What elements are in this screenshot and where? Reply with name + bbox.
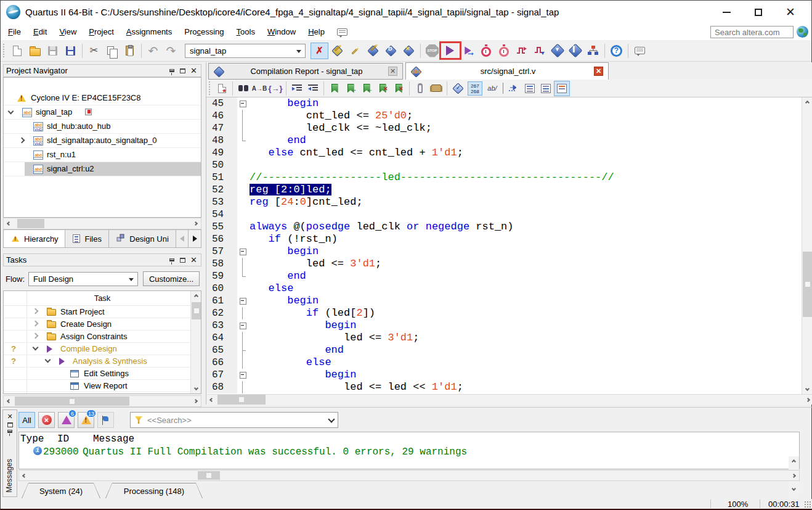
- start-analysis-button[interactable]: ➞: [459, 43, 477, 59]
- comment-bubble-icon[interactable]: [333, 23, 351, 40]
- code-line-48[interactable]: 48 end: [206, 134, 802, 147]
- view-doc3-button[interactable]: [554, 81, 570, 96]
- tree-item-signal-tap[interactable]: abdsignal_tap: [4, 105, 201, 120]
- filter-all-button[interactable]: All: [18, 412, 35, 428]
- code-line-47[interactable]: 47 led_clk <= ~led_clk;: [206, 122, 802, 134]
- code-editor[interactable]: 45 begin46 cnt_led <= 25'd0;47 led_clk <…: [206, 97, 802, 394]
- code-line-46[interactable]: 46 cnt_led <= 25'd0;: [206, 110, 802, 122]
- stop-button[interactable]: STOP: [423, 43, 441, 59]
- editor-vscrollbar[interactable]: [802, 97, 812, 394]
- code-line-61[interactable]: 61 begin: [206, 295, 802, 307]
- menu-tools[interactable]: Tools: [230, 24, 261, 39]
- tree-chevron-icon[interactable]: [19, 138, 25, 144]
- bookmark-clear-button[interactable]: ✕: [375, 81, 391, 96]
- task-row-analysis-synthesis[interactable]: ?Analysis & Synthesis: [4, 355, 201, 368]
- new-file-button[interactable]: [8, 43, 26, 59]
- templates-button[interactable]: {→}: [267, 81, 283, 96]
- chip-planner-button[interactable]: ▍: [566, 43, 584, 59]
- task-chevron-icon[interactable]: [33, 345, 39, 351]
- tree-item-cyclone-iv-e-ep4ce15f23c8[interactable]: Cyclone IV E: EP4CE15F23C8: [4, 91, 201, 105]
- menu-view[interactable]: View: [53, 24, 83, 39]
- menu-assignments[interactable]: Assignments: [120, 24, 178, 39]
- tree-item-sld-signaltap-auto-signaltap-0[interactable]: abdVHDsld_signaltap:auto_signaltap_0: [4, 134, 201, 148]
- editor-tab-src-signal-ctrl-v[interactable]: abcsrc/signal_ctrl.v✕: [405, 62, 609, 80]
- undo-button[interactable]: ↶: [144, 43, 162, 59]
- menu-processing[interactable]: Processing: [178, 24, 230, 39]
- close-tab-icon[interactable]: ✕: [388, 67, 397, 76]
- code-line-45[interactable]: 45 begin: [206, 97, 802, 110]
- fold-marker-icon[interactable]: [237, 245, 250, 258]
- hierarchy-button[interactable]: [584, 43, 602, 59]
- save-all-button[interactable]: [62, 43, 79, 59]
- messages-search-combo[interactable]: <<Search>>: [130, 412, 338, 428]
- menu-file[interactable]: File: [2, 24, 27, 39]
- help-button[interactable]: ?: [607, 43, 625, 59]
- code-line-60[interactable]: 60 else: [206, 282, 802, 295]
- fold-marker-icon[interactable]: [237, 97, 250, 110]
- maximize-button[interactable]: [742, 1, 774, 23]
- filter-flag-button[interactable]: [97, 412, 114, 428]
- bookmark-prev-button[interactable]: ←: [359, 81, 375, 96]
- pnav-tab-files[interactable]: Files: [65, 229, 109, 248]
- tabs-scroll-right[interactable]: [189, 229, 201, 248]
- task-row-edit-settings[interactable]: Edit Settings: [4, 368, 201, 380]
- code-line-64[interactable]: 64 led <= 3'd1;: [206, 332, 802, 344]
- code-line-67[interactable]: 67 begin: [206, 369, 802, 381]
- pin-messages-icon[interactable]: [7, 430, 12, 433]
- line-numbers-toggle[interactable]: 267268: [466, 81, 484, 96]
- editor-tab-compilation-report-signal-tap[interactable]: Compilation Report - signal_tap✕: [208, 63, 403, 80]
- code-line-52[interactable]: 52reg [2:0]led;: [206, 184, 802, 196]
- search-input[interactable]: [710, 26, 794, 38]
- save-button[interactable]: [44, 43, 62, 59]
- goto-button[interactable]: [506, 81, 522, 96]
- task-row-assign-constraints[interactable]: Assign Constraints: [4, 331, 201, 343]
- code-line-62[interactable]: 62 if (led[2]): [206, 307, 802, 319]
- customize-button[interactable]: Customize...: [143, 271, 200, 286]
- export-button[interactable]: ★: [214, 81, 230, 96]
- filter-critical-button[interactable]: 6: [58, 412, 75, 428]
- find-button[interactable]: [235, 81, 251, 96]
- float-icon[interactable]: [178, 256, 187, 265]
- paste-button[interactable]: [121, 43, 139, 59]
- filter-errors-button[interactable]: ✕: [38, 412, 55, 428]
- outdent-button[interactable]: [305, 81, 321, 96]
- code-line-59[interactable]: 59 end: [206, 270, 802, 282]
- minimize-button[interactable]: [710, 1, 742, 23]
- task-chevron-icon[interactable]: [33, 308, 39, 315]
- pin-icon[interactable]: [167, 67, 176, 75]
- code-line-58[interactable]: 58 led <= 3'd1;: [206, 258, 802, 270]
- timing-analyzer-button[interactable]: [477, 43, 495, 59]
- settings-button[interactable]: [364, 43, 382, 59]
- messages-tab-processing[interactable]: Processing (148): [105, 483, 203, 498]
- fold-marker-icon[interactable]: [237, 319, 250, 332]
- netlist-viewer-button[interactable]: ✕: [400, 43, 418, 59]
- task-chevron-icon[interactable]: [33, 333, 39, 339]
- bubble2-icon[interactable]: [631, 43, 649, 59]
- tree-item-rst-n-u1[interactable]: abdrst_n:u1: [4, 148, 201, 162]
- cut-button[interactable]: ✂: [85, 43, 103, 59]
- pin-icon[interactable]: [167, 256, 176, 265]
- menu-project[interactable]: Project: [83, 24, 120, 39]
- code-line-50[interactable]: 50: [206, 159, 802, 171]
- tabs-scroll-left[interactable]: [176, 229, 189, 248]
- code-line-55[interactable]: 55always @(posedge led_clk or negedge rs…: [206, 221, 802, 233]
- open-file-button[interactable]: [26, 43, 44, 59]
- menu-window[interactable]: Window: [261, 24, 302, 39]
- pnav-tab-hierarchy[interactable]: Hierarchy: [3, 229, 65, 248]
- pnav-hscrollbar[interactable]: [3, 218, 201, 229]
- close-button[interactable]: ✕: [774, 1, 806, 23]
- view-doc2-button[interactable]: [538, 81, 554, 96]
- project-combo[interactable]: signal_tap: [185, 44, 306, 58]
- close-panel-icon[interactable]: ✕: [189, 67, 198, 75]
- editor-hscrollbar[interactable]: [206, 394, 812, 405]
- indent-button[interactable]: [289, 81, 305, 96]
- device-button[interactable]: D: [382, 43, 400, 59]
- code-line-57[interactable]: 57 begin: [206, 245, 802, 258]
- task-row-create-design[interactable]: Create Design: [4, 318, 201, 331]
- task-row-view-report[interactable]: View Report: [4, 380, 201, 392]
- flow-combo[interactable]: Full Design: [28, 272, 138, 286]
- messages-tab-system[interactable]: System (24): [22, 483, 100, 498]
- code-line-54[interactable]: 54: [206, 208, 802, 221]
- copy-button[interactable]: [103, 43, 121, 59]
- code-line-65[interactable]: 65 end: [206, 344, 802, 356]
